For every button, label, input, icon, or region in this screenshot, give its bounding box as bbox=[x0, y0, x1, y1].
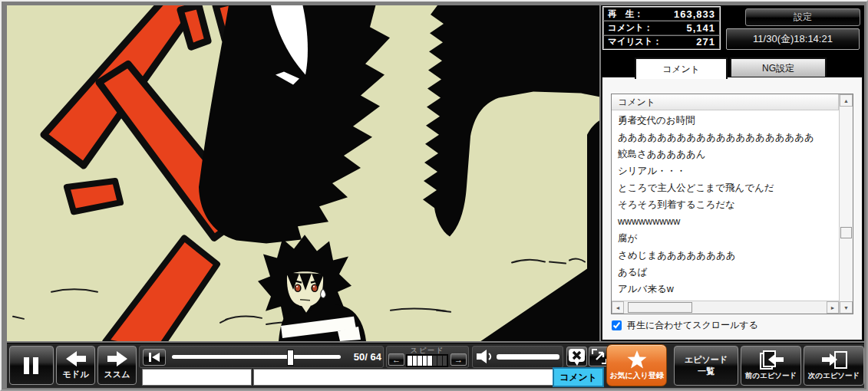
stat-row: 再 生：163,833 bbox=[603, 7, 720, 21]
speed-cell bbox=[413, 356, 417, 366]
hide-comments-button[interactable] bbox=[566, 347, 587, 366]
speed-cell bbox=[437, 356, 442, 366]
comment-row[interactable]: ああああああああああああああああああああ bbox=[612, 129, 839, 146]
scroll-up-icon[interactable]: ▲ bbox=[840, 94, 853, 107]
comment-row[interactable]: ところで主人公どこまで飛んでんだ bbox=[612, 179, 839, 196]
speed-down-button[interactable]: ← bbox=[388, 353, 404, 366]
video-screen[interactable] bbox=[7, 5, 599, 341]
settings-button[interactable]: 設定 bbox=[745, 8, 860, 26]
next-episode-button[interactable]: 次のエピソード bbox=[804, 346, 864, 386]
fullscreen-icon bbox=[590, 347, 609, 366]
comment-row[interactable]: アルバ来るw bbox=[612, 281, 839, 297]
hscroll-thumb[interactable] bbox=[628, 302, 692, 313]
stat-value: 163,833 bbox=[674, 8, 715, 20]
scroll-left-icon[interactable]: ◄ bbox=[612, 301, 624, 314]
add-favorite-button[interactable]: お気に入り登録 bbox=[606, 344, 667, 386]
volume-icon bbox=[475, 348, 495, 365]
episode-list-button[interactable]: エピソード 一覧 bbox=[674, 346, 738, 386]
scroll-down-icon[interactable]: ▼ bbox=[840, 301, 853, 314]
vscroll-thumb[interactable] bbox=[840, 227, 852, 238]
info-panel: 再 生：163,833コメント：5,141マイリスト：271 設定 11/30(… bbox=[601, 5, 864, 341]
comment-column-header[interactable]: コメント bbox=[612, 94, 839, 110]
stat-row: コメント：5,141 bbox=[603, 21, 720, 34]
tab-comment[interactable]: コメント bbox=[635, 58, 728, 79]
forward-arrow-icon bbox=[106, 350, 129, 367]
prev-episode-label: 前のエピソード bbox=[745, 371, 797, 381]
datetime-display: 11/30(金)18:14:21 bbox=[726, 28, 860, 50]
stat-label: 再 生： bbox=[608, 8, 643, 20]
comment-row[interactable]: シリアル・・・ bbox=[612, 163, 839, 179]
comment-row[interactable]: wwwwwwwww bbox=[612, 213, 839, 230]
pause-icon bbox=[21, 356, 41, 375]
autoscroll-label: 再生に合わせてスクロールする bbox=[627, 319, 758, 332]
video-scene bbox=[7, 5, 599, 341]
step-forward-label: ススム bbox=[104, 369, 130, 380]
seek-thumb[interactable] bbox=[287, 350, 294, 366]
comment-submit-button[interactable]: コメント bbox=[553, 367, 604, 387]
comment-panel: コメント 勇者交代のお時間ああああああああああああああああああああ鮫島さああああ… bbox=[602, 77, 863, 340]
speed-up-button[interactable]: → bbox=[451, 353, 467, 366]
comment-text-input[interactable] bbox=[253, 369, 554, 386]
prev-episode-button[interactable]: 前のエピソード bbox=[741, 346, 801, 386]
comment-row[interactable]: 鮫島さあああああん bbox=[612, 146, 839, 163]
speed-cell bbox=[443, 356, 447, 366]
comment-row[interactable]: あるば bbox=[612, 264, 839, 281]
back-arrow-icon bbox=[64, 350, 87, 367]
speed-meter bbox=[406, 354, 448, 367]
volume-slider[interactable] bbox=[497, 354, 559, 360]
comment-row[interactable]: 勇者交代のお時間 bbox=[612, 112, 839, 129]
comment-row[interactable]: そろそろ到着するころだな bbox=[612, 196, 839, 213]
comment-row[interactable]: さめじまああああああああ bbox=[612, 247, 839, 264]
stat-label: マイリスト： bbox=[608, 36, 662, 48]
step-back-label: モドル bbox=[63, 369, 89, 380]
skip-to-start-button[interactable] bbox=[143, 349, 166, 366]
video-player-window: 再 生：163,833コメント：5,141マイリスト：271 設定 11/30(… bbox=[0, 0, 868, 391]
seek-slider[interactable] bbox=[172, 355, 341, 359]
frame-counter: 50/ 64 bbox=[342, 351, 381, 363]
speed-cell bbox=[423, 356, 427, 366]
add-favorite-label: お気に入り登録 bbox=[609, 370, 664, 381]
comment-command-input[interactable] bbox=[142, 369, 252, 386]
hscroll-track[interactable] bbox=[624, 301, 827, 314]
speed-cell bbox=[433, 356, 437, 366]
speed-cell bbox=[417, 356, 422, 366]
stats-table: 再 生：163,833コメント：5,141マイリスト：271 bbox=[602, 6, 721, 50]
skip-to-start-icon bbox=[147, 352, 161, 363]
pause-button[interactable] bbox=[9, 346, 54, 385]
horizontal-scrollbar[interactable]: ◄ ► bbox=[612, 301, 839, 314]
next-episode-icon bbox=[820, 350, 848, 370]
episode-list-label-line2: 一覧 bbox=[698, 366, 715, 377]
speed-cell bbox=[408, 356, 412, 366]
autoscroll-option: 再生に合わせてスクロールする bbox=[612, 319, 758, 332]
control-bar: モドル ススム 50/ 64 スピード ← → bbox=[7, 343, 864, 388]
next-episode-label: 次のエピソード bbox=[808, 371, 860, 381]
scroll-right-icon[interactable]: ► bbox=[827, 301, 839, 314]
comment-listbox: コメント 勇者交代のお時間ああああああああああああああああああああ鮫島さああああ… bbox=[611, 94, 853, 314]
prev-episode-icon bbox=[757, 350, 785, 370]
comment-list-rows: 勇者交代のお時間ああああああああああああああああああああ鮫島さあああああんシリア… bbox=[612, 110, 839, 301]
tab-ng-settings[interactable]: NG設定 bbox=[730, 58, 827, 77]
star-icon bbox=[626, 350, 648, 370]
vertical-scrollbar[interactable]: ▲ ▼ bbox=[839, 94, 853, 314]
step-forward-button[interactable]: ススム bbox=[97, 346, 137, 385]
comment-off-icon bbox=[567, 347, 586, 366]
stat-value: 5,141 bbox=[686, 22, 715, 34]
stat-row: マイリスト：271 bbox=[603, 35, 720, 49]
stat-label: コメント： bbox=[608, 22, 653, 34]
step-back-button[interactable]: モドル bbox=[56, 346, 95, 385]
episode-list-label-line1: エピソード bbox=[685, 355, 728, 366]
vscroll-track[interactable] bbox=[840, 107, 853, 301]
speed-cell bbox=[427, 356, 432, 366]
autoscroll-checkbox[interactable] bbox=[612, 320, 622, 330]
stat-value: 271 bbox=[696, 36, 715, 48]
comment-row[interactable]: 腐が bbox=[612, 230, 839, 247]
